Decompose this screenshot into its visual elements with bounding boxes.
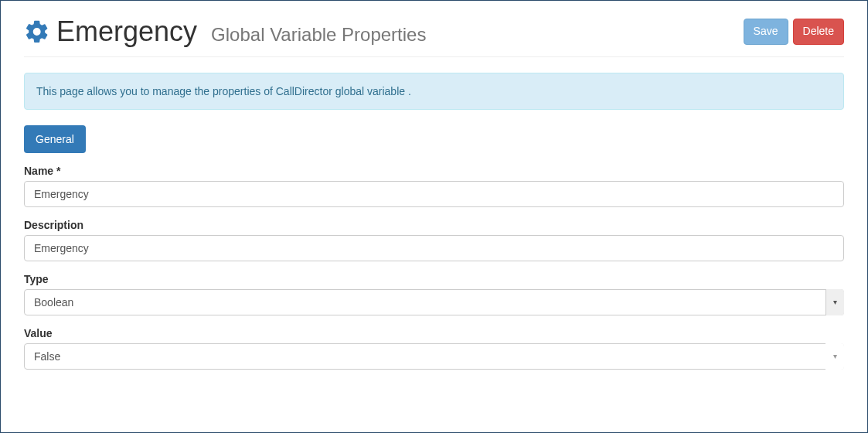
form-group-value: Value ▾ [24, 327, 844, 370]
save-button[interactable]: Save [744, 19, 788, 45]
gear-icon [24, 19, 50, 45]
description-label: Description [24, 219, 844, 231]
tab-bar: General [24, 125, 844, 153]
type-label: Type [24, 273, 844, 285]
tab-general[interactable]: General [24, 125, 86, 153]
value-select-wrap: ▾ [24, 343, 844, 370]
page-title: Emergency Global Variable Properties [56, 16, 426, 47]
form-group-type: Type ▾ [24, 273, 844, 315]
title-subtitle: Global Variable Properties [211, 24, 426, 45]
value-label: Value [24, 327, 844, 339]
title-main: Emergency [56, 15, 197, 47]
form-group-description: Description [24, 219, 844, 261]
description-input[interactable] [24, 235, 844, 261]
type-select[interactable] [24, 289, 844, 315]
header-actions: Save Delete [744, 19, 844, 45]
value-select[interactable] [24, 343, 844, 370]
name-input[interactable] [24, 181, 844, 207]
info-alert: This page allows you to manage the prope… [24, 73, 844, 110]
delete-button[interactable]: Delete [793, 19, 844, 45]
name-label: Name * [24, 165, 844, 177]
type-select-wrap: ▾ [24, 289, 844, 315]
form-group-name: Name * [24, 165, 844, 207]
title-wrap: Emergency Global Variable Properties [24, 16, 426, 47]
page-header: Emergency Global Variable Properties Sav… [24, 16, 844, 57]
